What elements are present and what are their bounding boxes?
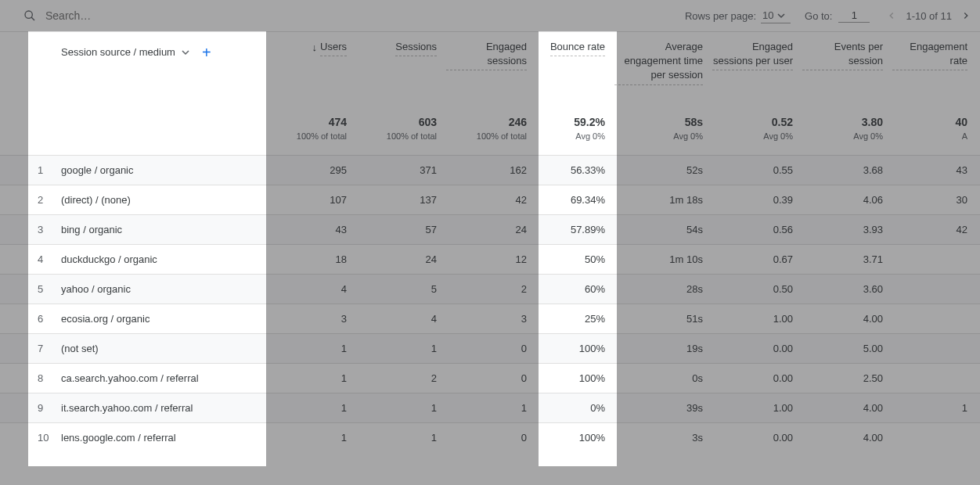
cell-engaged-sessions: 12 bbox=[446, 253, 536, 265]
dimension-value: (not set) bbox=[61, 343, 266, 354]
search-area[interactable] bbox=[23, 9, 685, 23]
cell-bounce-rate: 100% bbox=[536, 372, 614, 384]
cell-sessions: 137 bbox=[356, 194, 446, 206]
cell-eng-per-user: 0.56 bbox=[712, 224, 802, 235]
dimension-value: yahoo / organic bbox=[61, 283, 266, 295]
search-input[interactable] bbox=[44, 9, 184, 23]
cell-events-per-session: 2.50 bbox=[802, 372, 892, 384]
goto: Go to: bbox=[805, 9, 870, 23]
cell-users: 1 bbox=[266, 432, 356, 444]
dimension-value: bing / organic bbox=[61, 224, 266, 235]
cell-engaged-sessions: 0 bbox=[446, 372, 536, 384]
row-index: 7 bbox=[0, 343, 61, 354]
cell-sessions: 1 bbox=[356, 402, 446, 414]
cell-users: 18 bbox=[266, 253, 356, 265]
table-row[interactable]: 4duckduckgo / organic18241250%1m 10s0.67… bbox=[0, 244, 980, 274]
cell-users: 107 bbox=[266, 194, 356, 206]
col-header-avg-engagement[interactable]: Average engagement time per session bbox=[614, 32, 712, 110]
col-header-bounce-rate[interactable]: Bounce rate bbox=[536, 32, 614, 110]
dimension-label: Session source / medium bbox=[61, 46, 175, 59]
cell-users: 4 bbox=[266, 283, 356, 295]
cell-events-per-session: 4.00 bbox=[802, 432, 892, 444]
table-row[interactable]: 3bing / organic43572457.89%54s0.563.9342 bbox=[0, 214, 980, 244]
row-index: 9 bbox=[0, 402, 61, 414]
cell-users: 3 bbox=[266, 313, 356, 325]
row-index: 4 bbox=[0, 253, 61, 265]
table-row[interactable]: 7(not set)110100%19s0.005.00 bbox=[0, 333, 980, 363]
cell-sessions: 1 bbox=[356, 343, 446, 354]
pagination: Rows per page: 10 Go to: 1-10 of 11 bbox=[685, 8, 974, 23]
cell-engagement-rate: 43 bbox=[892, 164, 977, 176]
dimension-value: lens.google.com / referral bbox=[61, 432, 266, 444]
next-page-button[interactable] bbox=[958, 8, 974, 23]
cell-eng-per-user: 0.00 bbox=[712, 432, 802, 444]
table-body: 1google / organic29537116256.33%52s0.553… bbox=[0, 155, 980, 452]
col-header-events-per-session[interactable]: Events per session bbox=[802, 32, 892, 110]
row-index: 6 bbox=[0, 313, 61, 325]
cell-eng-per-user: 0.50 bbox=[712, 283, 802, 295]
table-row[interactable]: 8ca.search.yahoo.com / referral120100%0s… bbox=[0, 363, 980, 393]
cell-bounce-rate: 0% bbox=[536, 402, 614, 414]
cell-eng-per-user: 1.00 bbox=[712, 402, 802, 414]
caret-down-icon[interactable] bbox=[182, 48, 189, 56]
cell-eng-per-user: 0.67 bbox=[712, 253, 802, 265]
cell-eng-per-user: 0.55 bbox=[712, 164, 802, 176]
dimension-value: ca.search.yahoo.com / referral bbox=[61, 372, 266, 384]
rows-per-page-select[interactable]: 10 bbox=[761, 8, 791, 23]
row-index: 5 bbox=[0, 283, 61, 295]
cell-events-per-session: 3.60 bbox=[802, 283, 892, 295]
cell-events-per-session: 3.93 bbox=[802, 224, 892, 235]
cell-sessions: 5 bbox=[356, 283, 446, 295]
cell-eng-per-user: 0.39 bbox=[712, 194, 802, 206]
col-header-engaged-sessions[interactable]: Engaged sessions bbox=[446, 32, 536, 110]
col-header-users[interactable]: ↓Users bbox=[266, 32, 356, 110]
row-index: 8 bbox=[0, 372, 61, 384]
cell-bounce-rate: 69.34% bbox=[536, 194, 614, 206]
goto-input[interactable] bbox=[838, 9, 870, 23]
cell-events-per-session: 5.00 bbox=[802, 343, 892, 354]
col-header-engagement-rate[interactable]: Engagement rate bbox=[892, 32, 977, 110]
prev-page-button[interactable] bbox=[884, 8, 899, 23]
cell-bounce-rate: 100% bbox=[536, 343, 614, 354]
summary-users: 474 bbox=[329, 116, 347, 128]
cell-avg-engagement: 54s bbox=[614, 224, 712, 235]
cell-engaged-sessions: 24 bbox=[446, 224, 536, 235]
cell-bounce-rate: 100% bbox=[536, 432, 614, 444]
col-header-sessions[interactable]: Sessions bbox=[356, 32, 446, 110]
cell-bounce-rate: 57.89% bbox=[536, 224, 614, 235]
table-toolbar: Rows per page: 10 Go to: 1-10 of 11 bbox=[0, 0, 980, 31]
cell-engaged-sessions: 42 bbox=[446, 194, 536, 206]
summary-engaged-sessions: 246 bbox=[509, 116, 527, 128]
row-index: 3 bbox=[0, 224, 61, 235]
table-row[interactable]: 10lens.google.com / referral110100%3s0.0… bbox=[0, 422, 980, 452]
add-dimension-button[interactable]: + bbox=[202, 45, 211, 60]
table-row[interactable]: 2(direct) / (none)1071374269.34%1m 18s0.… bbox=[0, 185, 980, 214]
table-row[interactable]: 1google / organic29537116256.33%52s0.553… bbox=[0, 155, 980, 185]
cell-engaged-sessions: 0 bbox=[446, 343, 536, 354]
cell-events-per-session: 3.68 bbox=[802, 164, 892, 176]
cell-events-per-session: 4.06 bbox=[802, 194, 892, 206]
cell-sessions: 1 bbox=[356, 432, 446, 444]
dimension-value: (direct) / (none) bbox=[61, 194, 266, 206]
summary-avg-engagement: 58s bbox=[685, 116, 703, 128]
summary-engagement-rate: 40 bbox=[955, 116, 967, 128]
cell-events-per-session: 4.00 bbox=[802, 402, 892, 414]
cell-sessions: 57 bbox=[356, 224, 446, 235]
cell-engagement-rate: 30 bbox=[892, 194, 977, 206]
cell-users: 43 bbox=[266, 224, 356, 235]
dimension-value: google / organic bbox=[61, 164, 266, 176]
table-row[interactable]: 9it.search.yahoo.com / referral1110%39s1… bbox=[0, 393, 980, 422]
table-row[interactable]: 5yahoo / organic45260%28s0.503.60 bbox=[0, 274, 980, 304]
table-row[interactable]: 6ecosia.org / organic34325%51s1.004.00 bbox=[0, 304, 980, 333]
dimension-header[interactable]: Session source / medium + bbox=[0, 32, 266, 110]
summary-events-per-session: 3.80 bbox=[862, 116, 883, 128]
cell-avg-engagement: 3s bbox=[614, 432, 712, 444]
summary-row: 474100% of total 603100% of total 246100… bbox=[0, 110, 980, 155]
cell-engaged-sessions: 1 bbox=[446, 402, 536, 414]
summary-sessions: 603 bbox=[419, 116, 437, 128]
cell-avg-engagement: 1m 10s bbox=[614, 253, 712, 265]
caret-down-icon bbox=[777, 12, 785, 20]
cell-avg-engagement: 1m 18s bbox=[614, 194, 712, 206]
cell-sessions: 24 bbox=[356, 253, 446, 265]
col-header-eng-per-user[interactable]: Engaged sessions per user bbox=[712, 32, 802, 110]
